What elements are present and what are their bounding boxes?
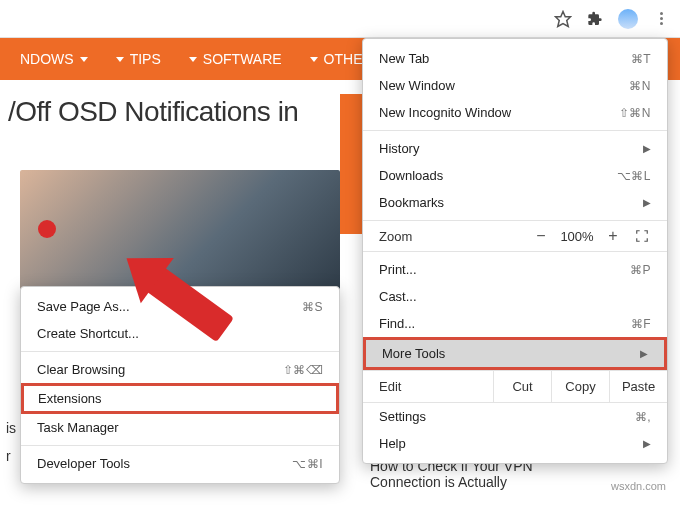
chevron-down-icon xyxy=(80,57,88,62)
copy-button[interactable]: Copy xyxy=(551,371,609,402)
nav-item-windows[interactable]: NDOWS xyxy=(6,51,102,67)
chevron-down-icon xyxy=(189,57,197,62)
menu-shortcut: ⌘P xyxy=(630,263,651,277)
cut-button[interactable]: Cut xyxy=(493,371,551,402)
paste-button[interactable]: Paste xyxy=(609,371,667,402)
menu-label: New Window xyxy=(379,78,455,93)
menu-item-incognito[interactable]: New Incognito Window ⇧⌘N xyxy=(363,99,667,126)
menu-label: Developer Tools xyxy=(37,456,130,471)
nav-label: SOFTWARE xyxy=(203,51,282,67)
submenu-item-task-manager[interactable]: Task Manager xyxy=(21,414,339,441)
menu-shortcut: ⌥⌘I xyxy=(292,457,323,471)
extensions-icon[interactable] xyxy=(586,10,604,28)
menu-shortcut: ⌥⌘L xyxy=(617,169,651,183)
menu-item-bookmarks[interactable]: Bookmarks ▶ xyxy=(363,189,667,216)
nav-item-tips[interactable]: TIPS xyxy=(102,51,175,67)
menu-shortcut: ⌘S xyxy=(302,300,323,314)
chevron-right-icon: ▶ xyxy=(643,438,651,449)
zoom-label: Zoom xyxy=(379,229,527,244)
menu-shortcut: ⇧⌘N xyxy=(619,106,651,120)
nav-item-software[interactable]: SOFTWARE xyxy=(175,51,296,67)
article-thumbnail xyxy=(20,170,340,290)
menu-label: Task Manager xyxy=(37,420,119,435)
chevron-right-icon: ▶ xyxy=(640,348,648,359)
menu-shortcut: ⌘T xyxy=(631,52,651,66)
menu-label: Bookmarks xyxy=(379,195,444,210)
menu-item-find[interactable]: Find... ⌘F xyxy=(363,310,667,337)
submenu-item-clear-browsing[interactable]: Clear Browsing ⇧⌘⌫ xyxy=(21,356,339,383)
chevron-down-icon xyxy=(310,57,318,62)
menu-label: New Incognito Window xyxy=(379,105,511,120)
svg-marker-0 xyxy=(556,11,571,26)
menu-label: History xyxy=(379,141,419,156)
menu-label: Settings xyxy=(379,409,426,424)
menu-shortcut: ⌘, xyxy=(635,410,651,424)
menu-separator xyxy=(363,220,667,221)
menu-label: More Tools xyxy=(382,346,445,361)
menu-item-edit: Edit Cut Copy Paste xyxy=(363,370,667,403)
record-dot-icon xyxy=(38,220,56,238)
nav-label: TIPS xyxy=(130,51,161,67)
menu-shortcut: ⌘N xyxy=(629,79,651,93)
menu-label: Print... xyxy=(379,262,417,277)
submenu-item-create-shortcut[interactable]: Create Shortcut... xyxy=(21,320,339,347)
chrome-main-menu: New Tab ⌘T New Window ⌘N New Incognito W… xyxy=(362,38,668,464)
menu-label: Find... xyxy=(379,316,415,331)
submenu-item-developer-tools[interactable]: Developer Tools ⌥⌘I xyxy=(21,450,339,477)
menu-item-zoom: Zoom − 100% + xyxy=(363,225,667,247)
page-title: /Off OSD Notifications in xyxy=(8,96,298,128)
menu-label: Save Page As... xyxy=(37,299,130,314)
menu-item-cast[interactable]: Cast... xyxy=(363,283,667,310)
menu-label: Extensions xyxy=(38,391,102,406)
zoom-value: 100% xyxy=(555,229,599,244)
kebab-menu-icon[interactable] xyxy=(652,10,670,28)
profile-avatar-icon[interactable] xyxy=(618,9,638,29)
menu-separator xyxy=(363,130,667,131)
menu-item-downloads[interactable]: Downloads ⌥⌘L xyxy=(363,162,667,189)
menu-item-print[interactable]: Print... ⌘P xyxy=(363,256,667,283)
menu-item-new-window[interactable]: New Window ⌘N xyxy=(363,72,667,99)
zoom-in-button[interactable]: + xyxy=(599,227,627,245)
menu-item-history[interactable]: History ▶ xyxy=(363,135,667,162)
fullscreen-button[interactable] xyxy=(627,229,657,243)
menu-separator xyxy=(21,445,339,446)
menu-item-new-tab[interactable]: New Tab ⌘T xyxy=(363,45,667,72)
menu-item-more-tools[interactable]: More Tools ▶ xyxy=(363,337,667,370)
menu-label: Clear Browsing xyxy=(37,362,125,377)
chevron-down-icon xyxy=(116,57,124,62)
star-icon[interactable] xyxy=(554,10,572,28)
zoom-out-button[interactable]: − xyxy=(527,227,555,245)
menu-label: Create Shortcut... xyxy=(37,326,139,341)
menu-label: Cast... xyxy=(379,289,417,304)
watermark: wsxdn.com xyxy=(611,480,666,492)
chevron-right-icon: ▶ xyxy=(643,197,651,208)
menu-shortcut: ⌘F xyxy=(631,317,651,331)
menu-shortcut: ⇧⌘⌫ xyxy=(283,363,324,377)
browser-toolbar xyxy=(0,0,680,38)
menu-label: Downloads xyxy=(379,168,443,183)
chevron-right-icon: ▶ xyxy=(643,143,651,154)
menu-item-help[interactable]: Help ▶ xyxy=(363,430,667,457)
menu-item-settings[interactable]: Settings ⌘, xyxy=(363,403,667,430)
submenu-item-extensions[interactable]: Extensions xyxy=(21,383,339,414)
menu-separator xyxy=(363,251,667,252)
nav-label: NDOWS xyxy=(20,51,74,67)
article-line-2: Connection is Actually xyxy=(370,474,507,490)
edit-label: Edit xyxy=(363,371,493,402)
menu-label: New Tab xyxy=(379,51,429,66)
menu-label: Help xyxy=(379,436,406,451)
menu-separator xyxy=(21,351,339,352)
